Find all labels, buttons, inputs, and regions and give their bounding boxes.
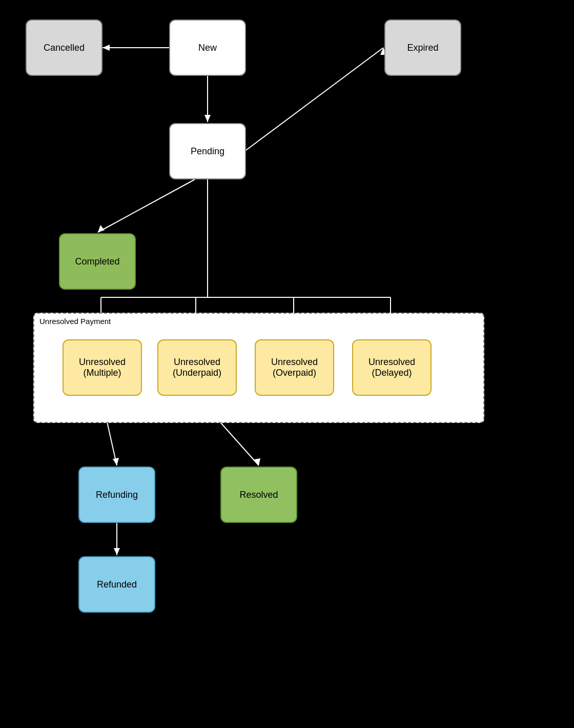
node-refunding: Refunding bbox=[78, 467, 155, 523]
node-expired: Expired bbox=[384, 19, 461, 76]
refunded-label: Refunded bbox=[97, 579, 137, 590]
group-unresolved-payment: Unresolved Payment Unresolved (Multiple)… bbox=[33, 313, 484, 423]
node-refunded: Refunded bbox=[78, 556, 155, 613]
svg-line-14 bbox=[246, 48, 383, 150]
expired-label: Expired bbox=[407, 43, 438, 53]
new-label: New bbox=[198, 43, 217, 53]
group-unresolved-label: Unresolved Payment bbox=[37, 316, 113, 327]
svg-marker-1 bbox=[204, 115, 211, 122]
node-pending: Pending bbox=[169, 123, 246, 179]
node-unresolved-overpaid: Unresolved (Overpaid) bbox=[255, 339, 334, 396]
diagram-container: Cancelled New Expired Pending Completed … bbox=[0, 0, 574, 728]
refunding-label: Refunding bbox=[96, 490, 138, 500]
svg-marker-19 bbox=[113, 458, 119, 466]
unresolved-multiple-label: Unresolved (Multiple) bbox=[79, 357, 126, 378]
node-unresolved-underpaid: Unresolved (Underpaid) bbox=[157, 339, 237, 396]
cancelled-label: Cancelled bbox=[44, 43, 85, 53]
node-new: New bbox=[169, 19, 246, 76]
unresolved-delayed-label: Unresolved (Delayed) bbox=[368, 357, 415, 378]
node-unresolved-delayed: Unresolved (Delayed) bbox=[352, 339, 432, 396]
svg-marker-17 bbox=[102, 45, 110, 51]
svg-marker-23 bbox=[114, 548, 120, 555]
svg-marker-3 bbox=[98, 225, 105, 232]
unresolved-underpaid-label: Unresolved (Underpaid) bbox=[173, 357, 221, 378]
node-completed: Completed bbox=[59, 233, 136, 290]
pending-label: Pending bbox=[191, 146, 224, 157]
svg-line-2 bbox=[98, 179, 195, 232]
node-resolved: Resolved bbox=[220, 467, 297, 523]
svg-marker-21 bbox=[254, 458, 260, 466]
resolved-label: Resolved bbox=[239, 490, 278, 500]
unresolved-overpaid-label: Unresolved (Overpaid) bbox=[271, 357, 318, 378]
completed-label: Completed bbox=[75, 256, 119, 267]
node-cancelled: Cancelled bbox=[26, 19, 102, 76]
node-unresolved-multiple: Unresolved (Multiple) bbox=[63, 339, 142, 396]
